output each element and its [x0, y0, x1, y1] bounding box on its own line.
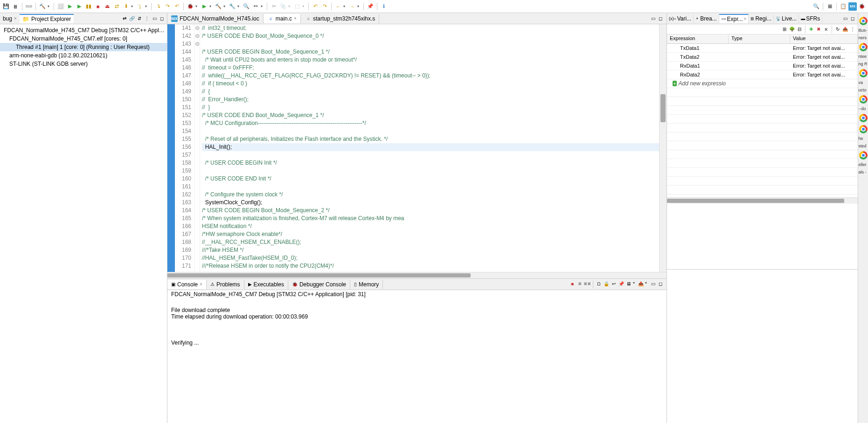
- mx-perspective-icon[interactable]: MX: [848, 2, 857, 11]
- new-expr-icon[interactable]: ⊞: [781, 26, 788, 33]
- refresh-icon[interactable]: ↻: [834, 26, 841, 33]
- debug-icon[interactable]: 🐞: [186, 2, 194, 11]
- restart-icon[interactable]: ⬜: [56, 2, 65, 11]
- perspective-icon[interactable]: ⊞: [826, 2, 834, 11]
- pin2-icon[interactable]: 📌: [618, 281, 625, 287]
- debug-tab[interactable]: bug×: [0, 14, 20, 23]
- build-icon[interactable]: 🔨: [38, 2, 47, 11]
- step-over2-icon[interactable]: ↷: [163, 2, 172, 11]
- view-tab[interactable]: ▬SFRs: [799, 14, 822, 23]
- add-icon[interactable]: ✚: [808, 26, 814, 33]
- close-icon[interactable]: ×: [294, 16, 297, 21]
- expressions-grid[interactable]: TxData1Error: Target not avai...TxData2E…: [667, 44, 858, 197]
- bottom-tab[interactable]: 🐞Debugger Console: [288, 280, 350, 289]
- chrome-icon[interactable]: [859, 114, 868, 122]
- chrome-icon[interactable]: [859, 17, 868, 25]
- terminate-icon[interactable]: ■: [94, 2, 102, 11]
- view-tab[interactable]: (x)=Vari...: [667, 14, 694, 23]
- col-type[interactable]: Type: [729, 35, 790, 43]
- close-icon[interactable]: ×: [14, 16, 17, 21]
- close-icon[interactable]: ×: [744, 16, 747, 21]
- word-wrap-icon[interactable]: ↩: [611, 281, 617, 287]
- suspend-icon[interactable]: ▮▮: [84, 2, 93, 11]
- menu-icon[interactable]: ⋮: [144, 15, 150, 22]
- step-mode-icon[interactable]: ⇄: [112, 2, 121, 11]
- menu2-icon[interactable]: ⋮: [849, 26, 856, 33]
- ext-tools-icon[interactable]: 🔧: [228, 2, 236, 11]
- save-icon[interactable]: 💾: [2, 2, 10, 11]
- code-area[interactable]: // int32_t timeout;/* USER CODE END Boot…: [200, 24, 659, 272]
- back-icon[interactable]: ←: [334, 2, 342, 11]
- expression-row[interactable]: RxData1Error: Target not avai...: [667, 62, 858, 70]
- bottom-tab[interactable]: ▯Memory: [350, 280, 383, 289]
- binary-icon[interactable]: 010: [25, 2, 33, 11]
- remove-all2-icon[interactable]: ⨯: [823, 26, 829, 33]
- tree-item[interactable]: FDCAN_NormalMode_H745_CM7 Debug [STM32 C…: [0, 26, 167, 35]
- cpp-perspective-icon[interactable]: 📋: [839, 2, 847, 11]
- tree-item[interactable]: arm-none-eabi-gdb (10.2.90.20210621): [0, 51, 167, 60]
- link-icon[interactable]: 🔗: [129, 15, 135, 22]
- max-icon[interactable]: ◻: [657, 15, 664, 22]
- min2-icon[interactable]: ▭: [650, 281, 656, 287]
- bottom-tab[interactable]: ⚠Problems: [207, 280, 244, 289]
- bottom-tab[interactable]: ▣Console×: [167, 280, 207, 289]
- step-return-icon[interactable]: ↶: [173, 2, 181, 11]
- max3-icon[interactable]: ◻: [849, 15, 856, 22]
- chrome-icon[interactable]: [859, 43, 868, 51]
- clear-icon[interactable]: 🗋: [596, 281, 602, 287]
- col-value[interactable]: Value: [790, 35, 858, 43]
- resume-icon[interactable]: ▶: [75, 2, 83, 11]
- view-tab[interactable]: 👓Expr...×: [719, 14, 749, 23]
- toggle-icon[interactable]: ⬚: [293, 2, 301, 11]
- fold-bar[interactable]: ⊖⊖⊖: [194, 24, 200, 272]
- debug-perspective-icon[interactable]: 🐞: [858, 2, 866, 11]
- view-tab[interactable]: ⊞Regi...: [749, 14, 774, 23]
- min3-icon[interactable]: ▭: [842, 15, 848, 22]
- editor-tab[interactable]: MXFDCAN_NormalMode_H745.ioc: [167, 14, 264, 23]
- display-icon[interactable]: 🖥: [625, 281, 632, 287]
- pin-icon[interactable]: 📌: [366, 2, 375, 11]
- add-expression[interactable]: +Add new expressio: [667, 80, 729, 87]
- open-console-icon[interactable]: 📤: [638, 281, 644, 287]
- disconnect-icon[interactable]: ⏏: [103, 2, 111, 11]
- remove-icon[interactable]: ✖: [576, 281, 583, 287]
- view-tab[interactable]: ⚬Brea...: [694, 14, 719, 23]
- tree-item[interactable]: ST-LINK (ST-LINK GDB server): [0, 60, 167, 68]
- search2-icon[interactable]: 🔍: [812, 2, 820, 11]
- min-icon[interactable]: ▭: [650, 15, 656, 22]
- info-icon[interactable]: ℹ: [380, 2, 388, 11]
- expression-row[interactable]: RxData2Error: Target not avai...: [667, 70, 858, 79]
- prev-icon[interactable]: ↶: [311, 2, 319, 11]
- expression-row[interactable]: TxData1Error: Target not avai...: [667, 44, 858, 53]
- focus-icon[interactable]: ⇵: [136, 15, 143, 22]
- min-icon[interactable]: ▭: [151, 15, 158, 22]
- expression-row[interactable]: TxData2Error: Target not avai...: [667, 53, 858, 62]
- run-last-icon[interactable]: 🔨: [214, 2, 222, 11]
- cut-icon[interactable]: ✂: [270, 2, 278, 11]
- max2-icon[interactable]: ◻: [657, 281, 664, 287]
- project-explorer-tab[interactable]: 📁Project Explorer: [20, 14, 74, 23]
- editor-tab[interactable]: .cmain.c×: [264, 14, 301, 23]
- debug-tree[interactable]: FDCAN_NormalMode_H745_CM7 Debug [STM32 C…: [0, 24, 167, 423]
- step-over-icon[interactable]: ⤵: [136, 2, 144, 11]
- chrome-icon[interactable]: [859, 69, 868, 77]
- paste-icon[interactable]: 📎: [279, 2, 287, 11]
- chrome-icon[interactable]: [859, 151, 868, 159]
- remove-all-icon[interactable]: ✖✖: [584, 281, 590, 287]
- bottom-tab[interactable]: ▶Executables: [244, 280, 288, 289]
- max-icon[interactable]: ◻: [159, 15, 165, 22]
- view-tab[interactable]: 📡Live...: [774, 14, 799, 23]
- collapse-icon[interactable]: ⇄: [121, 15, 128, 22]
- step-into-icon[interactable]: ⬇: [122, 2, 130, 11]
- console-output[interactable]: File download completeTime elapsed durin…: [167, 298, 667, 423]
- skip-icon[interactable]: ▶: [66, 2, 74, 11]
- right-hscroll[interactable]: [667, 197, 858, 204]
- next-icon[interactable]: ↷: [320, 2, 329, 11]
- collapse2-icon[interactable]: ⊟: [796, 26, 803, 33]
- save-all-icon[interactable]: 🗎: [11, 2, 20, 11]
- chrome-icon[interactable]: [859, 95, 868, 104]
- scroll-lock-icon[interactable]: 🔒: [603, 281, 610, 287]
- horizontal-scrollbar[interactable]: [167, 272, 667, 278]
- editor-tab[interactable]: .sstartup_stm32h745xihx.s: [301, 14, 379, 23]
- tree-item[interactable]: Thread #1 [main] 1 [core: 0] (Running : …: [0, 43, 167, 51]
